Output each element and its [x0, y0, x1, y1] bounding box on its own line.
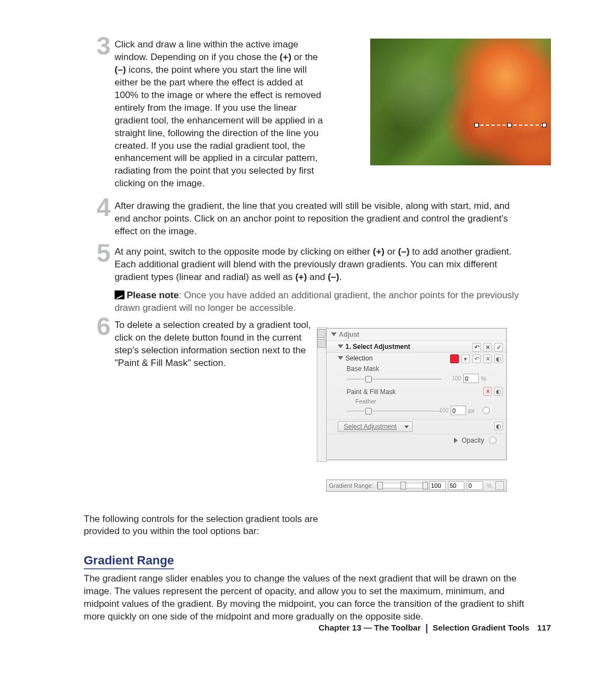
slider-scale: 100 [452, 375, 461, 381]
panel-header[interactable]: Adjust [327, 329, 506, 341]
toggle-icon[interactable]: ◐ [494, 387, 503, 396]
base-mask-label: Base Mask [327, 364, 506, 374]
delete-icon[interactable]: ✕ [483, 387, 492, 396]
chevron-down-icon [338, 356, 343, 360]
step-number: 5 [93, 240, 115, 266]
panel-toolstrip [317, 327, 327, 462]
check-icon[interactable]: ✓ [494, 343, 503, 352]
step-3-text: Click and draw a line within the active … [115, 39, 324, 190]
txt: and [307, 272, 328, 282]
step-number: 4 [93, 195, 115, 220]
note-block: Please note: Once you have added an addi… [115, 289, 522, 315]
radio-icon[interactable] [483, 407, 490, 414]
minus-symbol: (–) [328, 272, 339, 282]
minus-symbol: (–) [398, 246, 410, 257]
note-label: Please note [127, 290, 179, 300]
slider-track [347, 411, 441, 412]
undo-icon[interactable]: ↶ [472, 354, 481, 363]
chevron-down-icon [338, 344, 343, 348]
opacity-label: Opacity [462, 437, 484, 444]
tool-options-bar: Gradient Range: % [326, 480, 507, 492]
step-6-text: To delete a selection created by a gradi… [115, 319, 324, 370]
plus-symbol: (+) [295, 272, 307, 282]
panel-title: Adjust [339, 331, 359, 338]
unit-label: % [481, 375, 490, 382]
gradient-thumb-min[interactable] [377, 482, 383, 489]
adjust-panel: Adjust 1. Select Adjustment ↶ ✕ ✓ Select… [326, 328, 507, 460]
select-adjustment-row[interactable]: 1. Select Adjustment ↶ ✕ ✓ [327, 341, 506, 352]
base-mask-input[interactable] [463, 374, 479, 383]
gradient-thumb-max[interactable] [423, 482, 428, 489]
footer-section: Selection Gradient Tools [432, 623, 529, 632]
step-number: 3 [93, 33, 115, 58]
gradient-max-input[interactable] [429, 481, 446, 490]
row-label: Selection [345, 354, 372, 362]
step-4: 4 After drawing the gradient, the line t… [44, 200, 551, 238]
close-icon[interactable]: ✕ [483, 354, 492, 363]
slider-thumb[interactable] [365, 408, 372, 414]
pencil-icon [115, 290, 125, 299]
plus-symbol: (+) [280, 52, 291, 62]
row-label: 1. Select Adjustment [345, 343, 410, 351]
txt: At any point, switch to the opposite mod… [115, 246, 373, 257]
footer-chapter: Chapter 13 — The Toolbar [318, 623, 421, 632]
percent-label: % [485, 482, 493, 489]
mask-color-swatch[interactable] [450, 354, 459, 363]
unit-label: px [468, 407, 477, 414]
footer-page-number: 117 [537, 623, 551, 632]
toolstrip-button[interactable] [317, 329, 326, 338]
step-4-text: After drawing the gradient, the line tha… [115, 200, 522, 238]
gradient-mid-input[interactable] [448, 481, 464, 490]
toolstrip-button[interactable] [317, 339, 326, 348]
gradient-range-label: Gradient Range: [329, 482, 374, 489]
txt: . [339, 272, 342, 282]
paint-fill-row: Paint & Fill Mask ✕ ◐ [327, 387, 506, 397]
following-text: The following controls for the selection… [84, 513, 326, 539]
opacity-row[interactable]: Opacity [327, 434, 506, 446]
undo-icon[interactable]: ↶ [472, 343, 481, 352]
feather-label: Feather [327, 397, 506, 406]
base-mask-slider[interactable] [347, 376, 441, 383]
toggle-icon[interactable]: ◐ [494, 354, 503, 363]
feather-slider[interactable] [347, 408, 441, 414]
select-adjustment-dropdown[interactable]: Select Adjustment [338, 421, 413, 432]
gradient-min-input[interactable] [467, 481, 483, 490]
slider-track [347, 379, 441, 380]
chevron-right-icon [454, 438, 458, 443]
page-footer: Chapter 13 — The Toolbar | Selection Gra… [318, 622, 551, 634]
feather-value: 100 px [439, 406, 490, 415]
step-5-text: At any point, switch to the opposite mod… [115, 246, 522, 284]
gradient-range-description: The gradient range slider enables you to… [84, 573, 524, 623]
step-3: 3 Click and draw a line within the activ… [44, 39, 551, 190]
step-5: 5 At any point, switch to the opposite m… [44, 246, 551, 284]
txt: icons, the point where you start the lin… [115, 64, 323, 189]
feather-input[interactable] [451, 406, 466, 415]
plus-symbol: (+) [373, 246, 385, 257]
options-end-button[interactable] [495, 481, 504, 490]
footer-divider: | [423, 622, 430, 633]
gradient-range-slider[interactable] [377, 483, 428, 488]
dropdown-icon[interactable]: ▾ [461, 354, 470, 363]
txt: Click and draw a line within the active … [115, 39, 299, 62]
select-adjustment-dropdown-row: Select Adjustment ◐ [327, 419, 506, 434]
selection-row[interactable]: Selection ▾ ↶ ✕ ◐ [327, 352, 506, 364]
close-icon[interactable]: ✕ [483, 343, 492, 352]
minus-symbol: (–) [115, 64, 126, 75]
txt: or the [291, 52, 318, 62]
base-mask-value: 100 % [452, 374, 490, 383]
slider-thumb[interactable] [365, 376, 372, 383]
step-number: 6 [93, 314, 115, 339]
chevron-down-icon [331, 332, 337, 336]
slider-scale: 100 [439, 407, 448, 413]
row-label: Paint & Fill Mask [347, 388, 396, 396]
gradient-thumb-mid[interactable] [401, 482, 406, 489]
toggle-icon[interactable]: ◐ [494, 422, 503, 430]
gradient-range-heading: Gradient Range [84, 553, 174, 569]
radio-icon[interactable] [489, 437, 496, 444]
txt: or [385, 246, 398, 257]
